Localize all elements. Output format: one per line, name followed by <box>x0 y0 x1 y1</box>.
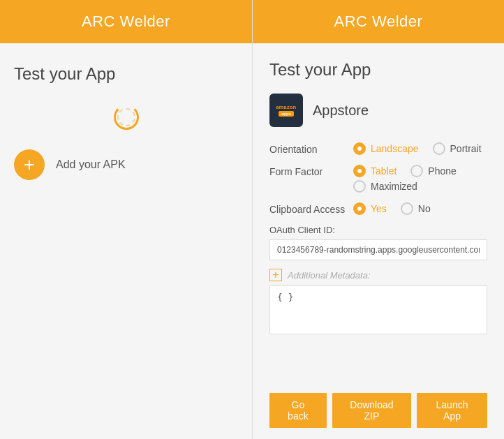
form-factor-tablet-option[interactable]: Tablet <box>353 165 396 177</box>
form-factor-maximized-label: Maximized <box>371 181 417 192</box>
app-info-row: amazon apps Appstore <box>269 94 487 127</box>
form-factor-phone-label: Phone <box>428 165 456 177</box>
go-back-button[interactable]: Go back <box>269 393 327 428</box>
clipboard-yes-label: Yes <box>371 203 387 214</box>
add-apk-label: Add your APK <box>56 158 126 171</box>
form-factor-options: Tablet Phone Maximized <box>353 165 457 193</box>
form-factor-row: Form Factor Tablet Phone <box>269 165 487 193</box>
launch-app-button[interactable]: Launch App <box>417 393 487 428</box>
clipboard-no-radio[interactable] <box>401 202 413 215</box>
left-app-title: ARC Welder <box>82 13 170 30</box>
clipboard-yes-radio[interactable] <box>353 202 366 215</box>
spinner-icon <box>114 105 139 130</box>
form-factor-label: Form Factor <box>269 165 346 177</box>
clipboard-no-label: No <box>418 203 431 214</box>
clipboard-options: Yes No <box>353 202 431 215</box>
orientation-row: Orientation Landscape Portrait <box>269 142 487 155</box>
orientation-options: Landscape Portrait <box>353 142 482 155</box>
form-factor-phone-option[interactable]: Phone <box>410 165 456 177</box>
metadata-header-row: + Additional Metadata: <box>269 269 487 281</box>
left-panel: ARC Welder Test your App + Add your APK <box>0 0 252 439</box>
add-apk-button[interactable]: + Add your APK <box>14 144 126 186</box>
left-header: ARC Welder <box>0 0 252 43</box>
right-page-title: Test your App <box>269 60 487 80</box>
clipboard-yes-option[interactable]: Yes <box>353 202 387 215</box>
add-apk-plus-icon: + <box>14 149 45 180</box>
loading-spinner <box>14 105 238 130</box>
clipboard-no-option[interactable]: No <box>401 202 431 215</box>
app-name: Appstore <box>313 103 369 119</box>
orientation-portrait-radio[interactable] <box>433 142 445 155</box>
action-buttons-row: Go back Download ZIP Launch App <box>253 387 504 439</box>
form-factor-phone-radio[interactable] <box>410 165 423 177</box>
left-page-title: Test your App <box>14 64 238 84</box>
orientation-portrait-option[interactable]: Portrait <box>433 142 482 155</box>
apps-badge: apps <box>279 111 294 117</box>
amazon-text: amazon <box>276 105 296 110</box>
form-factor-maximized-option[interactable]: Maximized <box>353 180 457 193</box>
app-icon: amazon apps <box>269 94 303 127</box>
metadata-add-icon[interactable]: + <box>269 269 282 281</box>
form-factor-tablet-radio[interactable] <box>353 165 366 177</box>
metadata-label: Additional Metadata: <box>288 270 371 281</box>
oauth-section: OAuth Client ID: <box>269 225 487 269</box>
right-panel: ARC Welder Test your App amazon apps App… <box>253 0 504 439</box>
form-factor-tablet-label: Tablet <box>371 165 396 177</box>
orientation-landscape-label: Landscape <box>371 143 419 154</box>
right-header: ARC Welder <box>253 0 504 43</box>
orientation-label: Orientation <box>269 142 346 155</box>
orientation-portrait-label: Portrait <box>450 143 482 154</box>
clipboard-row: Clipboard Access Yes No <box>269 202 487 215</box>
download-zip-button[interactable]: Download ZIP <box>332 393 411 428</box>
right-app-title: ARC Welder <box>334 13 423 30</box>
clipboard-label: Clipboard Access <box>269 202 346 215</box>
orientation-landscape-radio[interactable] <box>353 142 366 155</box>
form-factor-maximized-radio[interactable] <box>353 180 366 193</box>
orientation-landscape-option[interactable]: Landscape <box>353 142 419 155</box>
metadata-textarea[interactable]: { } <box>269 285 487 334</box>
oauth-label: OAuth Client ID: <box>269 225 487 235</box>
oauth-input[interactable] <box>269 239 487 260</box>
